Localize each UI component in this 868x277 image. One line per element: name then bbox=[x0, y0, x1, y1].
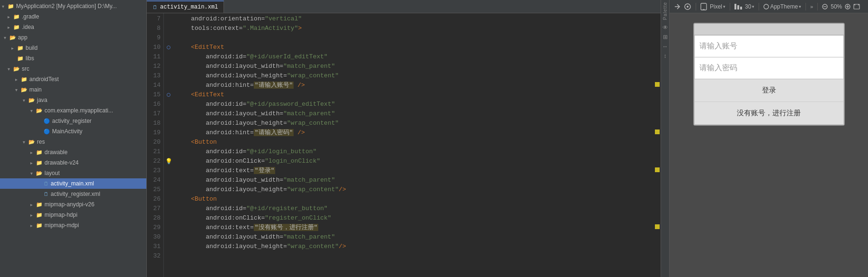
preview-toolbar: Pixel ▾ 30 ▾ AppTheme ▾ » 50% bbox=[670, 0, 868, 13]
tree-java[interactable]: 📂 java bbox=[0, 95, 146, 105]
ptb-sep-1 bbox=[696, 3, 696, 10]
gutter-21 bbox=[164, 147, 173, 157]
preview-panel: Pixel ▾ 30 ▾ AppTheme ▾ » 50% bbox=[669, 0, 868, 277]
tab-activity-main[interactable]: 🗒 activity_main.xml bbox=[147, 0, 224, 13]
rm-13 bbox=[654, 127, 661, 137]
rm-23 bbox=[654, 222, 661, 231]
rm-16 bbox=[654, 156, 661, 165]
rm-26 bbox=[654, 250, 661, 260]
palette-strip: Palette 👁 ⊞ ↔ ↕ bbox=[661, 0, 669, 277]
ptb-phone-icon[interactable] bbox=[700, 3, 707, 10]
rm-17 bbox=[654, 165, 661, 175]
com-example-label: com.example.myapplicati... bbox=[45, 107, 113, 114]
grid-icon[interactable]: ⊞ bbox=[663, 34, 668, 40]
preview-register-button[interactable]: 没有账号，进行注册 bbox=[694, 102, 844, 125]
ptb-more[interactable]: » bbox=[810, 4, 813, 9]
tree-mipmap-hdpi[interactable]: 📁 mipmap-hdpi bbox=[0, 210, 146, 220]
mipmap-mdpi-icon: 📁 bbox=[36, 222, 43, 229]
gutter-10[interactable] bbox=[164, 43, 173, 52]
gradle-arrow bbox=[8, 14, 13, 19]
gutter-25 bbox=[164, 185, 173, 194]
ptb-bar-icon[interactable] bbox=[734, 4, 742, 9]
svg-rect-5 bbox=[737, 5, 739, 9]
layout-folder-icon: 📂 bbox=[36, 170, 43, 176]
ptb-zoom-out[interactable] bbox=[822, 4, 828, 9]
tree-idea[interactable]: 📁 .idea bbox=[0, 22, 146, 32]
gutter-28 bbox=[164, 213, 173, 223]
arrow-lr-icon[interactable]: ↔ bbox=[662, 43, 668, 50]
activity-main-xml-label: activity_main.xml bbox=[51, 180, 94, 187]
mipmap-hdpi-label: mipmap-hdpi bbox=[45, 212, 77, 218]
gutter-9 bbox=[164, 33, 173, 43]
tree-libs[interactable]: 📁 libs bbox=[0, 53, 146, 64]
root-label: MyApplication2 [My Application] D:\My... bbox=[16, 3, 117, 9]
idea-label: .idea bbox=[22, 24, 34, 30]
preview-hint-password[interactable]: 请输入密码 bbox=[694, 57, 844, 79]
tree-build[interactable]: 📁 build bbox=[0, 43, 146, 53]
ptb-theme-selector[interactable]: AppTheme ▾ bbox=[763, 3, 801, 10]
tab-xml-icon: 🗒 bbox=[152, 4, 158, 10]
tree-mipmap-mdpi[interactable]: 📁 mipmap-mdpi bbox=[0, 220, 146, 231]
ptb-fit[interactable] bbox=[853, 4, 860, 9]
tree-activity-register-java[interactable]: 🔵 activity_register bbox=[0, 116, 146, 126]
gutter-18 bbox=[164, 119, 173, 128]
tree-app[interactable]: 📂 app bbox=[0, 32, 146, 43]
preview-hint-account[interactable]: 请输入账号 bbox=[694, 35, 844, 57]
tree-androidtest[interactable]: 📁 androidTest bbox=[0, 74, 146, 84]
mipmap-anydpi-icon: 📁 bbox=[36, 202, 43, 208]
tree-res[interactable]: 📂 res bbox=[0, 137, 146, 147]
line-numbers: 7 8 9 10 11 12 13 14 15 16 17 18 19 20 2… bbox=[147, 13, 164, 277]
palette-label: Palette bbox=[662, 2, 668, 20]
mainactivity-icon: 🔵 bbox=[44, 129, 50, 135]
rm-21 bbox=[654, 203, 661, 212]
code-line-14: android:hint="请输入账号" /> bbox=[173, 81, 654, 90]
arrow-ud-icon[interactable]: ↕ bbox=[664, 53, 667, 59]
ptb-zoom-in[interactable] bbox=[845, 4, 850, 9]
preview-login-button[interactable]: 登录 bbox=[694, 79, 844, 102]
mipmap-mdpi-label: mipmap-mdpi bbox=[45, 222, 79, 229]
right-markers bbox=[654, 13, 661, 277]
code-line-17: android:layout_width="match_parent" bbox=[173, 109, 654, 119]
code-line-27: android:id="@+id/register_button" bbox=[173, 204, 654, 213]
project-root[interactable]: 📁 MyApplication2 [My Application] D:\My.… bbox=[0, 1, 146, 11]
tree-main[interactable]: 📂 main bbox=[0, 84, 146, 95]
tree-drawable[interactable]: 📁 drawable bbox=[0, 147, 146, 157]
code-lines[interactable]: android:orientation="vertical" tools:con… bbox=[173, 13, 654, 277]
gutter-15[interactable] bbox=[164, 90, 173, 100]
rm-12 bbox=[654, 118, 661, 127]
res-label: res bbox=[37, 138, 45, 145]
svg-rect-2 bbox=[701, 3, 707, 10]
tree-com-example[interactable]: 📂 com.example.myapplicati... bbox=[0, 105, 146, 116]
tree-layout[interactable]: 📂 layout bbox=[0, 168, 146, 178]
activity-register-xml-icon: 🗒 bbox=[44, 191, 49, 197]
ptb-api-selector[interactable]: 30 ▾ bbox=[745, 3, 754, 10]
gutter-32 bbox=[164, 251, 173, 261]
gradle-label: .gradle bbox=[22, 13, 39, 20]
eye-icon[interactable]: 👁 bbox=[662, 24, 668, 31]
gutter-23 bbox=[164, 166, 173, 175]
tree-src[interactable]: 📂 src bbox=[0, 64, 146, 74]
activity-register-xml-label: activity_register.xml bbox=[51, 191, 100, 197]
gutter-22[interactable]: 💡 bbox=[164, 157, 173, 166]
tree-activity-register-xml[interactable]: 🗒 activity_register.xml bbox=[0, 189, 146, 199]
drawable-arrow bbox=[30, 150, 36, 155]
tree-mainactivity[interactable]: 🔵 MainActivity bbox=[0, 126, 146, 137]
phone-frame: 请输入账号 请输入密码 登录 没有账号，进行注册 bbox=[693, 23, 845, 126]
layout-arrow bbox=[30, 171, 36, 176]
drawable-v24-label: drawable-v24 bbox=[45, 159, 79, 166]
tree-gradle[interactable]: 📁 .gradle bbox=[0, 11, 146, 22]
rm-22 bbox=[654, 212, 661, 222]
drawable-v24-arrow bbox=[30, 160, 36, 166]
gutter-24 bbox=[164, 175, 173, 185]
gutter-14 bbox=[164, 81, 173, 90]
ptb-arrow-icon[interactable] bbox=[673, 3, 681, 10]
tree-mipmap-anydpi[interactable]: 📁 mipmap-anydpi-v26 bbox=[0, 199, 146, 210]
svg-point-1 bbox=[687, 6, 689, 8]
ptb-target-icon[interactable] bbox=[684, 3, 691, 10]
tree-activity-main-xml[interactable]: 🗒 activity_main.xml bbox=[0, 178, 146, 189]
tree-drawable-v24[interactable]: 📁 drawable-v24 bbox=[0, 157, 146, 168]
gutter-19 bbox=[164, 128, 173, 138]
ptb-device-selector[interactable]: Pixel ▾ bbox=[710, 3, 725, 10]
code-line-8: tools:context=".MainActivity"> bbox=[173, 24, 654, 33]
gutter-17 bbox=[164, 109, 173, 119]
